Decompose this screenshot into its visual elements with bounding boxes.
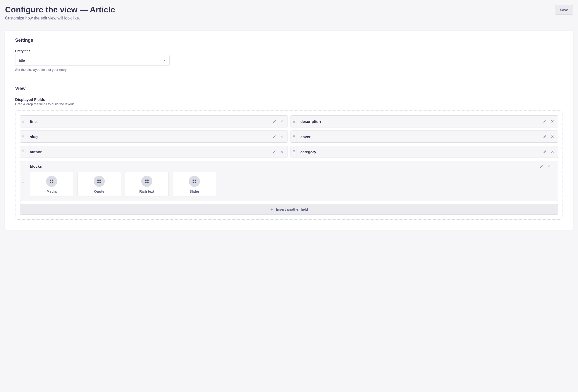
svg-point-18 xyxy=(293,135,294,136)
svg-point-35 xyxy=(294,153,295,153)
svg-point-23 xyxy=(294,138,295,138)
svg-point-7 xyxy=(294,120,295,120)
svg-point-12 xyxy=(23,135,23,136)
edit-icon[interactable] xyxy=(273,120,276,123)
close-icon[interactable] xyxy=(280,120,284,123)
component-label: Slider xyxy=(190,189,199,193)
svg-rect-57 xyxy=(195,182,196,183)
config-card: Settings Entry title title Set the displ… xyxy=(5,31,573,230)
svg-point-29 xyxy=(24,153,24,153)
edit-icon[interactable] xyxy=(273,135,276,138)
svg-rect-56 xyxy=(193,182,194,183)
insert-field-label: Insert another field xyxy=(276,207,308,211)
svg-point-34 xyxy=(293,153,294,153)
drag-handle-icon[interactable] xyxy=(20,116,26,127)
field-label: blocks xyxy=(30,164,540,168)
edit-icon[interactable] xyxy=(543,135,547,138)
svg-rect-42 xyxy=(50,180,51,181)
drag-handle-icon[interactable] xyxy=(291,116,297,127)
svg-rect-46 xyxy=(97,180,99,181)
svg-point-3 xyxy=(24,121,24,122)
svg-rect-43 xyxy=(52,180,53,181)
svg-point-4 xyxy=(23,122,23,123)
field-label: slug xyxy=(26,135,273,139)
entry-title-select[interactable]: title xyxy=(15,55,170,66)
component-grid-icon xyxy=(94,176,105,187)
drag-handle-icon[interactable] xyxy=(291,146,297,158)
component-grid-icon xyxy=(46,176,57,187)
svg-rect-47 xyxy=(99,180,101,181)
field-chip-blocks[interactable]: blocks Media xyxy=(20,161,558,201)
close-icon[interactable] xyxy=(280,150,284,154)
drag-handle-icon[interactable] xyxy=(20,161,26,201)
svg-point-32 xyxy=(293,151,294,152)
component-grid-icon xyxy=(189,176,200,187)
component-card-media[interactable]: Media xyxy=(30,172,73,197)
svg-point-19 xyxy=(294,135,295,136)
svg-rect-45 xyxy=(52,182,53,183)
component-label: Rich text xyxy=(139,189,154,193)
edit-icon[interactable] xyxy=(543,120,547,123)
fields-grid: title description xyxy=(20,115,558,158)
view-heading: View xyxy=(15,86,563,91)
svg-rect-44 xyxy=(50,182,51,183)
svg-point-6 xyxy=(293,120,294,120)
field-label: author xyxy=(26,150,273,154)
component-label: Quote xyxy=(94,189,104,193)
field-label: category xyxy=(297,150,543,154)
svg-rect-54 xyxy=(193,180,194,181)
section-divider xyxy=(15,79,563,79)
displayed-fields-desc: Drag & drop the fields to build the layo… xyxy=(15,102,563,106)
svg-rect-49 xyxy=(99,182,101,183)
close-icon[interactable] xyxy=(547,165,551,168)
component-label: Media xyxy=(47,189,57,193)
drag-handle-icon[interactable] xyxy=(291,131,297,142)
blocks-components: Media Quote Rich text xyxy=(30,172,554,197)
field-chip-description[interactable]: description xyxy=(291,115,558,127)
svg-point-13 xyxy=(24,135,24,136)
svg-point-20 xyxy=(293,136,294,137)
field-chip-author[interactable]: author xyxy=(20,146,287,158)
settings-heading: Settings xyxy=(15,38,563,43)
svg-point-8 xyxy=(293,121,294,122)
field-chip-category[interactable]: category xyxy=(291,146,558,158)
svg-rect-48 xyxy=(97,182,99,183)
svg-point-10 xyxy=(293,122,294,123)
svg-point-9 xyxy=(294,121,295,122)
insert-field-button[interactable]: Insert another field xyxy=(20,204,558,215)
svg-point-5 xyxy=(24,122,24,123)
drag-handle-icon[interactable] xyxy=(20,131,26,142)
svg-point-0 xyxy=(23,120,23,120)
svg-point-36 xyxy=(23,180,23,180)
drag-handle-icon[interactable] xyxy=(20,146,26,158)
field-label: cover xyxy=(297,135,543,139)
edit-icon[interactable] xyxy=(273,150,276,154)
svg-point-22 xyxy=(293,138,294,138)
save-button[interactable]: Save xyxy=(555,5,573,15)
close-icon[interactable] xyxy=(551,150,554,154)
component-card-slider[interactable]: Slider xyxy=(173,172,216,197)
svg-point-17 xyxy=(24,138,24,138)
page-title: Configure the view — Article xyxy=(5,5,115,14)
field-chip-slug[interactable]: slug xyxy=(20,130,287,143)
close-icon[interactable] xyxy=(280,135,284,138)
edit-icon[interactable] xyxy=(543,150,547,154)
fields-dropzone: title description xyxy=(15,111,563,220)
field-chip-title[interactable]: title xyxy=(20,115,287,127)
svg-point-41 xyxy=(24,182,24,183)
close-icon[interactable] xyxy=(551,120,554,123)
close-icon[interactable] xyxy=(551,135,554,138)
component-card-rich-text[interactable]: Rich text xyxy=(125,172,169,197)
svg-point-24 xyxy=(23,150,23,151)
edit-icon[interactable] xyxy=(540,165,543,168)
field-label: description xyxy=(297,119,543,124)
component-card-quote[interactable]: Quote xyxy=(77,172,121,197)
svg-point-26 xyxy=(23,151,23,152)
entry-title-label: Entry title xyxy=(15,49,563,53)
field-chip-cover[interactable]: cover xyxy=(291,130,558,143)
svg-point-21 xyxy=(294,136,295,137)
svg-rect-52 xyxy=(145,182,147,183)
svg-rect-50 xyxy=(145,180,147,181)
component-grid-icon xyxy=(141,176,152,187)
plus-icon xyxy=(270,208,274,211)
